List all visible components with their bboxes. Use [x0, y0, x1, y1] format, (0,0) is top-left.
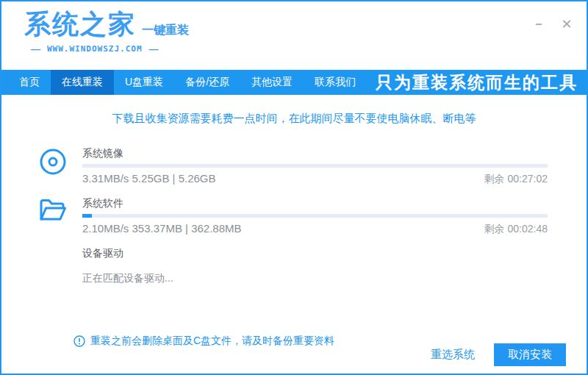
logo: 系统之家 一键重装 — WWW.WINDOWSZJ.COM —: [24, 11, 189, 54]
close-icon[interactable]: ✕: [559, 16, 575, 32]
task-system-image: 系统镜像 3.31MB/s 5.25GB | 5.26GB 剩余 00:27:0…: [1, 147, 587, 186]
window-controls: – ✕: [531, 16, 575, 32]
app-window: 系统之家 一键重装 — WWW.WINDOWSZJ.COM — – ✕ 首页 在…: [0, 0, 588, 375]
progress-fill: [82, 214, 92, 218]
progress-bar-system-image: [82, 164, 548, 168]
notice-text: 下载且收集资源需要耗费一点时间，在此期间尽量不要使电脑休眠、断电等: [1, 112, 587, 126]
download-stats: 3.31MB/s 5.25GB | 5.26GB: [82, 172, 216, 185]
task-system-software: 系统软件 2.10MB/s 353.37MB | 362.88MB 剩余 00:…: [1, 197, 587, 236]
logo-subtitle: 一键重装: [142, 24, 189, 36]
logo-text: 系统之家: [24, 11, 136, 38]
progress-bar-system-software: [82, 214, 548, 218]
warning-text: 重装之前会删除桌面及C盘文件，请及时备份重要资料: [90, 335, 334, 348]
minimize-icon[interactable]: –: [531, 16, 547, 32]
website-url: WWW.WINDOWSZJ.COM: [47, 44, 143, 54]
nav-tab-backup-restore[interactable]: 备份/还原: [174, 70, 240, 95]
nav-slogan: 只为重装系统而生的工具: [376, 70, 587, 95]
nav-tab-online-reinstall[interactable]: 在线重装: [51, 70, 114, 95]
reselect-system-button[interactable]: 重选系统: [431, 348, 475, 362]
download-stats: 2.10MB/s 353.37MB | 362.88MB: [82, 222, 242, 235]
website-line: — WWW.WINDOWSZJ.COM —: [24, 43, 189, 54]
warning-icon: [74, 335, 85, 347]
nav-tab-usb-reinstall[interactable]: U盘重装: [114, 70, 174, 95]
footer-actions: 重选系统 取消安装: [431, 343, 566, 366]
time-remaining: 剩余 00:02:48: [484, 223, 548, 236]
task-name: 系统软件: [82, 197, 587, 210]
nav-tab-home[interactable]: 首页: [8, 70, 51, 95]
dash-left: —: [24, 43, 47, 54]
folder-icon: [39, 198, 67, 226]
nav-tab-contact-us[interactable]: 联系我们: [304, 70, 367, 95]
dash-right: —: [143, 43, 165, 54]
task-status: 正在匹配设备驱动...: [82, 272, 587, 285]
task-name: 设备驱动: [82, 247, 587, 260]
task-name: 系统镜像: [82, 147, 587, 160]
header: 系统之家 一键重装 — WWW.WINDOWSZJ.COM — – ✕: [1, 1, 587, 70]
cancel-install-button[interactable]: 取消安装: [494, 343, 566, 366]
nav-bar: 首页 在线重装 U盘重装 备份/还原 其他设置 联系我们 只为重装系统而生的工具: [1, 70, 587, 95]
disc-icon: [39, 148, 67, 179]
task-device-driver: 设备驱动 正在匹配设备驱动...: [1, 247, 587, 285]
time-remaining: 剩余 00:27:02: [484, 173, 548, 186]
nav-tab-other-settings[interactable]: 其他设置: [240, 70, 304, 95]
task-list: 系统镜像 3.31MB/s 5.25GB | 5.26GB 剩余 00:27:0…: [1, 147, 587, 285]
